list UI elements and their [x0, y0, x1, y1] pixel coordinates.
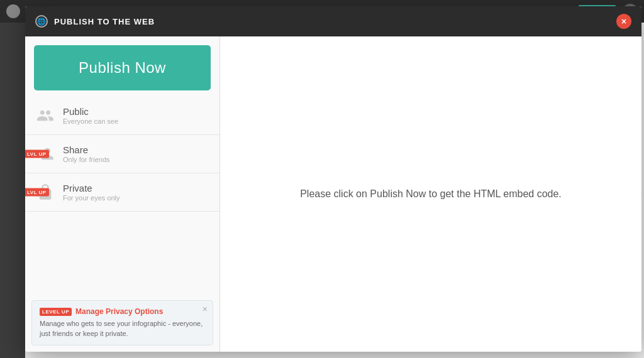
tooltip-title: Manage Privacy Options [75, 307, 163, 316]
left-panel: Publish Now Public Everyone can see [25, 36, 220, 352]
globe-icon: 🌐 [35, 15, 48, 28]
option-public[interactable]: Public Everyone can see [25, 97, 219, 135]
publish-now-button[interactable]: Publish Now [34, 45, 211, 90]
publish-dialog: 🌐 PUBLISH TO THE WEB × Publish Now [25, 6, 641, 352]
tooltip-header: LEVEL UP Manage Privacy Options [40, 307, 205, 316]
tooltip-close-button[interactable]: × [203, 305, 208, 313]
option-private-title: Private [63, 183, 119, 193]
option-share-title: Share [63, 144, 110, 155]
tooltip-badge: LEVEL UP [40, 308, 72, 316]
option-private-subtitle: For your eyes only [63, 194, 119, 202]
tooltip-description: Manage who gets to see your infographic … [40, 319, 205, 339]
people-icon [35, 106, 55, 126]
option-public-title: Public [63, 106, 118, 117]
option-public-subtitle: Everyone can see [63, 117, 118, 125]
share-lvlup-badge: LVL UP [25, 150, 49, 158]
privacy-tooltip: × LEVEL UP Manage Privacy Options Manage… [31, 300, 213, 345]
dialog-close-button[interactable]: × [616, 14, 631, 29]
modal-overlay: 🌐 PUBLISH TO THE WEB × Publish Now [0, 0, 644, 358]
options-list: Public Everyone can see LVL UP [25, 97, 219, 294]
option-public-text: Public Everyone can see [63, 106, 118, 125]
dialog-body: Publish Now Public Everyone can see [25, 36, 641, 352]
dialog-header: 🌐 PUBLISH TO THE WEB × [25, 6, 641, 36]
private-lvlup-badge: LVL UP [25, 188, 49, 197]
dialog-title: PUBLISH TO THE WEB [54, 17, 155, 26]
option-private[interactable]: LVL UP Private For your eyes only [25, 173, 219, 212]
option-share-subtitle: Only for friends [63, 156, 110, 163]
embed-prompt-text: Please click on Publish Now to get the H… [300, 188, 562, 200]
option-share[interactable]: LVL UP Share Only for friends [25, 135, 219, 173]
right-panel: Please click on Publish Now to get the H… [220, 36, 641, 352]
option-private-text: Private For your eyes only [63, 183, 119, 202]
option-share-text: Share Only for friends [63, 144, 110, 163]
